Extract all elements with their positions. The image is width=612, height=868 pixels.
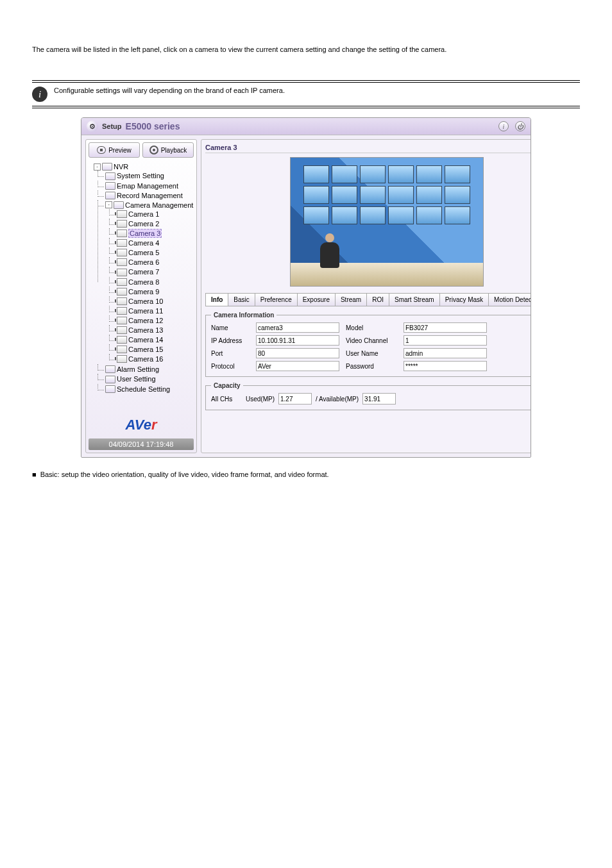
sidebar: Preview Playback -NVRSystem SettingEmap … (85, 139, 197, 453)
tree-camera-item[interactable]: Camera 3 (128, 229, 162, 238)
film-reel-icon (149, 146, 158, 154)
camera-tab[interactable]: Smart Stream (389, 293, 440, 306)
camera-tab[interactable]: Exposure (297, 293, 336, 306)
folder-icon (105, 365, 115, 373)
label-all-chs: All CHs (211, 396, 242, 403)
label-available: / Available(MP) (316, 396, 359, 403)
basic-bullet-row: ■ Basic: setup the video orientation, qu… (32, 471, 580, 478)
main-panel: Camera 3 InfoBasicPreferenceExposureStre… (201, 139, 531, 453)
power-icon[interactable]: ⏻ (515, 121, 525, 131)
camera-tab[interactable]: ROI (366, 293, 389, 306)
folder-icon (105, 385, 115, 393)
label-name: Name (211, 324, 250, 331)
tree-camera-item[interactable]: Camera 12 (128, 317, 163, 324)
tree-camera-item[interactable]: Camera 16 (128, 355, 163, 363)
tree-node[interactable]: Emap Management (117, 182, 178, 190)
nav-tabs: Preview Playback (89, 142, 194, 158)
camera-icon (117, 355, 127, 363)
gear-icon: ⚙ (87, 121, 98, 132)
tree-node[interactable]: User Setting (117, 376, 156, 383)
eye-icon (97, 146, 106, 154)
camera-information-legend: Camera Information (211, 312, 276, 319)
tree-node[interactable]: System Setting (117, 172, 164, 180)
input-model[interactable] (404, 322, 487, 333)
tab-playback[interactable]: Playback (142, 142, 194, 158)
tree-node[interactable]: Alarm Setting (117, 365, 159, 373)
label-port: Port (211, 350, 250, 357)
camera-tabs: InfoBasicPreferenceExposureStreamROISmar… (205, 293, 531, 306)
folder-icon (105, 172, 115, 180)
tree-camera-item[interactable]: Camera 11 (128, 307, 163, 315)
camera-tab[interactable]: Info (205, 293, 228, 306)
camera-icon (117, 220, 127, 228)
tree-camera-item[interactable]: Camera 9 (128, 288, 159, 296)
input-used[interactable] (278, 393, 312, 405)
tree-node[interactable]: Schedule Setting (117, 385, 170, 393)
camera-tab[interactable]: Preference (255, 293, 298, 306)
square-bullet-icon: ■ (32, 471, 37, 478)
tip-text: Configurable settings will vary dependin… (54, 87, 285, 94)
camera-icon (117, 297, 127, 305)
tree-node[interactable]: Camera Management (125, 201, 193, 209)
folder-icon (105, 376, 115, 383)
window-top-right: i ⏻ (498, 121, 525, 131)
camera-tab[interactable]: Basic (228, 293, 255, 306)
camera-icon (117, 336, 127, 344)
nvr-icon (102, 163, 112, 171)
datetime-display: 04/09/2014 17:19:48 (89, 438, 194, 450)
camera-icon (117, 258, 127, 266)
basic-bullet-text: Basic: setup the video orientation, qual… (40, 471, 329, 478)
camera-icon (117, 346, 127, 353)
window-titlebar: ⚙ Setup E5000 series i ⏻ (81, 118, 531, 135)
tree-camera-item[interactable]: Camera 6 (128, 258, 159, 266)
about-icon[interactable]: i (498, 121, 509, 131)
input-protocol[interactable] (256, 361, 339, 371)
input-user[interactable] (404, 348, 487, 358)
folder-icon (105, 182, 115, 190)
input-ip[interactable] (256, 335, 339, 346)
tree-node-nvr[interactable]: NVR (114, 163, 128, 171)
label-used: Used(MP) (246, 396, 275, 403)
folder-icon (114, 201, 124, 209)
tree-camera-item[interactable]: Camera 10 (128, 297, 163, 305)
brand-logo: AVer (89, 414, 194, 436)
camera-icon (117, 278, 127, 286)
tree-camera-item[interactable]: Camera 15 (128, 346, 163, 353)
tab-preview-label: Preview (108, 147, 132, 154)
tree-camera-item[interactable]: Camera 7 (128, 269, 159, 276)
setup-window: ⚙ Setup E5000 series i ⏻ Preview Playbac… (81, 117, 531, 458)
camera-tab[interactable]: Motion Detection (488, 293, 531, 306)
input-password[interactable] (404, 361, 487, 371)
tip-row: i Configurable settings will vary depend… (32, 87, 580, 102)
label-password: Password (346, 363, 397, 370)
camera-icon (117, 288, 127, 296)
camera-icon (117, 326, 127, 334)
main-panel-title: Camera 3 (205, 144, 531, 153)
window-title-setup: Setup (102, 122, 122, 130)
label-protocol: Protocol (211, 363, 250, 370)
tree-camera-item[interactable]: Camera 4 (128, 239, 159, 247)
tree-camera-item[interactable]: Camera 5 (128, 249, 159, 256)
tree-camera-item[interactable]: Camera 13 (128, 326, 163, 334)
video-preview (290, 157, 484, 287)
label-model: Model (346, 324, 397, 331)
tab-preview[interactable]: Preview (89, 142, 140, 158)
tree-camera-item[interactable]: Camera 14 (128, 336, 163, 344)
tree-camera-item[interactable]: Camera 1 (128, 210, 159, 218)
input-name[interactable] (256, 322, 339, 333)
camera-tab[interactable]: Stream (335, 293, 367, 306)
input-port[interactable] (256, 348, 339, 358)
camera-icon (117, 317, 127, 324)
input-available[interactable] (362, 393, 396, 405)
tree-node[interactable]: Record Management (117, 192, 183, 199)
input-channel[interactable] (404, 335, 487, 346)
window-title-series: E5000 series (126, 121, 180, 131)
tree-camera-item[interactable]: Camera 2 (128, 220, 159, 228)
capacity-legend: Capacity (211, 382, 243, 389)
camera-icon (117, 210, 127, 218)
settings-tree[interactable]: -NVRSystem SettingEmap ManagementRecord … (89, 160, 194, 412)
capacity-group: Capacity All CHs Used(MP) / Available(MP… (205, 382, 531, 410)
camera-tab[interactable]: Privacy Mask (439, 293, 489, 306)
label-channel: Video Channel (346, 337, 397, 344)
tree-camera-item[interactable]: Camera 8 (128, 278, 159, 286)
